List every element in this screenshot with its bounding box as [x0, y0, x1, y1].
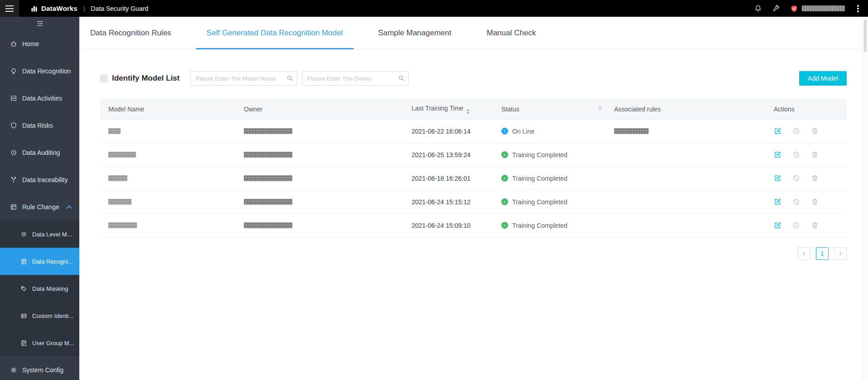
filter-funnel-icon[interactable] — [597, 106, 603, 112]
cell-model-name — [100, 152, 244, 158]
edit-icon[interactable] — [774, 127, 781, 135]
cell-model-name — [100, 175, 244, 181]
status-label: On Line — [512, 128, 534, 135]
disable-icon[interactable] — [792, 127, 800, 135]
data-activities-icon — [10, 95, 17, 102]
previous-page-button[interactable] — [798, 247, 810, 260]
associated-rules-redacted — [614, 128, 649, 134]
column-header-owner: Owner — [244, 106, 412, 113]
sort-icon[interactable] — [466, 109, 470, 114]
next-page-button[interactable] — [834, 247, 847, 260]
disable-icon[interactable] — [792, 221, 800, 229]
tab-self-generated-data-recognition-model[interactable]: Self Generated Data Recognition Model — [196, 17, 354, 49]
product-name[interactable]: DataWorks — [41, 5, 78, 12]
owner-redacted — [244, 199, 292, 205]
page-scrollbar[interactable] — [863, 17, 868, 380]
edit-icon[interactable] — [774, 221, 781, 229]
table-row: 2021-06-24 15:09:10 Training Completed — [100, 214, 847, 237]
sidebar-item-label: Custom Identi... — [32, 313, 73, 319]
sidebar-item-label: Data Level M... — [32, 231, 72, 238]
data-risks-icon — [10, 122, 17, 129]
table-row: 2021-06-18 16:26:01 Training Completed — [100, 167, 847, 190]
cell-status: Training Completed — [501, 198, 614, 206]
notification-bell-icon[interactable] — [754, 5, 762, 12]
edit-icon[interactable] — [774, 151, 781, 159]
cell-associated-rules — [614, 128, 774, 134]
sidebar-nav: Home Data Recognition Data Activities Da… — [0, 30, 79, 380]
cell-last-training-time: 2021-06-24 15:09:10 — [412, 222, 501, 229]
toolbar: Identify Model List Add Model — [100, 71, 847, 86]
delete-icon[interactable] — [811, 151, 819, 159]
tab-manual-check[interactable]: Manual Check — [476, 17, 547, 49]
sidebar-item-label: Data traceability — [22, 176, 68, 183]
scrollbar-thumb[interactable] — [864, 19, 867, 52]
sidebar-item-system-config[interactable]: System Config — [0, 356, 79, 380]
model-name-redacted — [108, 175, 127, 181]
page-number-current[interactable]: 1 — [816, 247, 829, 260]
disable-icon[interactable] — [792, 198, 800, 206]
model-name-redacted — [108, 199, 131, 205]
status-icon — [501, 175, 508, 182]
sidebar-subitem-data-masking[interactable]: Data Masking — [0, 275, 79, 302]
data-recognition-icon — [10, 67, 17, 75]
chevron-right-icon — [837, 250, 844, 257]
column-header-actions: Actions — [774, 106, 847, 113]
table-body: 2021-06-22 16:06:14 On Line 2021-06- — [100, 120, 847, 237]
sidebar-item-rule-change[interactable]: Rule Change — [0, 193, 79, 221]
owner-search-input[interactable] — [302, 71, 409, 86]
cell-associated-rules — [614, 222, 774, 228]
sidebar-subitem-data-level[interactable]: Data Level M... — [0, 221, 79, 248]
owner-redacted — [244, 128, 292, 134]
owner-search — [302, 71, 409, 86]
disable-icon[interactable] — [792, 174, 800, 182]
account-name-redacted[interactable] — [802, 5, 845, 11]
tab-data-recognition-rules[interactable]: Data Recognition Rules — [79, 17, 182, 49]
disable-icon[interactable] — [792, 151, 800, 159]
cell-actions — [774, 127, 847, 135]
delete-icon[interactable] — [811, 127, 819, 135]
hamburger-menu-button[interactable] — [0, 0, 19, 17]
cell-last-training-time: 2021-06-22 16:06:14 — [412, 128, 501, 135]
sidebar-subitem-data-recognition[interactable]: Data Recogni... — [0, 248, 79, 275]
cell-associated-rules — [614, 199, 774, 205]
home-icon — [10, 40, 17, 48]
sidebar-subitem-user-group[interactable]: User Group M... — [0, 329, 79, 356]
status-label: Training Completed — [512, 222, 567, 229]
edit-icon[interactable] — [774, 198, 781, 206]
tab-sample-management[interactable]: Sample Management — [367, 17, 462, 49]
data-auditing-icon — [10, 149, 17, 156]
sidebar-item-label: Data Recogni... — [32, 258, 73, 265]
delete-icon[interactable] — [811, 221, 819, 229]
security-shield-icon[interactable] — [790, 5, 798, 12]
model-name-search-input[interactable] — [190, 71, 297, 86]
sidebar-item-data-risks[interactable]: Data Risks — [0, 112, 79, 139]
column-header-associated-rules: Associated rules — [614, 106, 774, 113]
cell-actions — [774, 221, 847, 229]
sidebar-collapse-button[interactable] — [0, 17, 79, 30]
list-checkbox[interactable] — [100, 75, 107, 82]
sidebar-item-data-recognition[interactable]: Data Recognition — [0, 58, 79, 85]
model-table: Model Name Owner Last Training Time Stat… — [100, 99, 847, 237]
owner-redacted — [244, 152, 292, 158]
status-icon — [501, 151, 508, 158]
sidebar-item-data-auditing[interactable]: Data Auditing — [0, 139, 79, 166]
cell-last-training-time: 2021-06-18 16:26:01 — [412, 175, 501, 182]
sidebar-subitem-custom-identification[interactable]: Custom Identi... — [0, 302, 79, 329]
chevron-left-icon — [801, 250, 807, 257]
cell-actions — [774, 151, 847, 159]
delete-icon[interactable] — [811, 198, 819, 206]
cell-actions — [774, 198, 847, 206]
sidebar-item-home[interactable]: Home — [0, 30, 79, 58]
sidebar-item-data-traceability[interactable]: Data traceability — [0, 166, 79, 193]
sidebar-item-data-activities[interactable]: Data Activities — [0, 85, 79, 112]
cell-owner — [244, 152, 412, 158]
delete-icon[interactable] — [811, 174, 819, 182]
add-model-button[interactable]: Add Model — [799, 71, 847, 86]
cell-model-name — [100, 222, 244, 228]
sidebar-item-label: Data Risks — [22, 122, 53, 129]
column-header-last-training-time: Last Training Time — [412, 105, 501, 114]
more-menu-icon[interactable] — [857, 8, 859, 10]
tools-wrench-icon[interactable] — [772, 5, 780, 12]
column-header-label: Last Training Time — [412, 105, 463, 112]
edit-icon[interactable] — [774, 174, 781, 182]
